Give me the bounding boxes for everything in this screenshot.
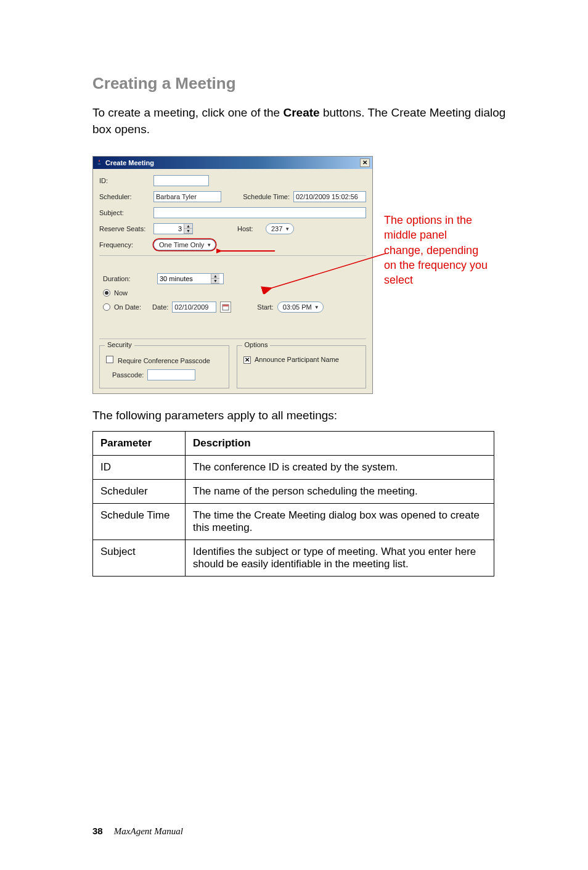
on-date-label: On Date: — [114, 303, 141, 311]
id-label: ID: — [99, 177, 150, 184]
spinner-down-icon[interactable]: ▼ — [184, 229, 192, 234]
announce-checkbox[interactable]: ✕ — [243, 356, 251, 364]
announce-label: Announce Participant Name — [255, 356, 339, 363]
reserve-seats-value[interactable] — [154, 224, 184, 234]
middle-panel: Duration: ▲▼ Now On Date: — [99, 255, 366, 339]
scheduler-label: Scheduler: — [99, 193, 150, 200]
caret-down-icon: ▼ — [314, 305, 319, 310]
reserve-seats-label: Reserve Seats: — [99, 225, 150, 232]
frequency-dropdown[interactable]: One Time Only ▼ — [153, 239, 216, 250]
red-arrow-callout-icon — [235, 250, 389, 294]
spinner-down-icon[interactable]: ▼ — [211, 279, 219, 284]
subject-field[interactable] — [153, 207, 366, 218]
subject-label: Subject: — [99, 209, 150, 216]
book-title: MaxAgent Manual — [114, 826, 183, 836]
page-number: 38 — [92, 826, 103, 836]
intro-paragraph: To create a meeting, click one of the Cr… — [92, 105, 526, 137]
reserve-seats-spinner[interactable]: ▲▼ — [153, 223, 193, 234]
dialog-titlebar: Create Meeting ✕ — [93, 157, 372, 169]
desc-cell: Identifies the subject or type of meetin… — [186, 540, 494, 577]
start-value: 03:05 PM — [283, 303, 312, 311]
host-value: 237 — [271, 225, 282, 232]
spinner-up-icon[interactable]: ▲ — [211, 274, 219, 279]
table-row: Subject Identifies the subject or type o… — [93, 540, 494, 577]
section-heading: Creating a Meeting — [92, 74, 526, 93]
host-label: Host: — [237, 225, 262, 232]
frequency-label: Frequency: — [99, 241, 150, 248]
passcode-field[interactable] — [147, 369, 195, 380]
table-caption: The following parameters apply to all me… — [92, 409, 526, 422]
schedule-time-label: Schedule Time: — [243, 193, 290, 200]
options-legend: Options — [242, 341, 271, 348]
duration-label: Duration: — [103, 275, 153, 282]
desc-cell: The name of the person scheduling the me… — [186, 480, 494, 504]
intro-pre: To create a meeting, click one of the — [92, 106, 283, 119]
param-cell: Schedule Time — [93, 504, 186, 540]
parameters-table: Parameter Description ID The conference … — [92, 431, 494, 577]
security-legend: Security — [105, 341, 134, 348]
table-header-desc: Description — [186, 432, 494, 456]
dialog-title: Create Meeting — [105, 159, 154, 166]
calendar-icon[interactable] — [220, 302, 231, 313]
desc-cell: The conference ID is created by the syst… — [186, 456, 494, 480]
table-row: Scheduler The name of the person schedul… — [93, 480, 494, 504]
duration-value[interactable] — [158, 274, 211, 284]
now-radio[interactable] — [103, 289, 110, 297]
caret-down-icon: ▼ — [206, 242, 211, 248]
param-cell: Subject — [93, 540, 186, 577]
id-field[interactable] — [153, 175, 209, 186]
param-cell: ID — [93, 456, 186, 480]
host-dropdown[interactable]: 237 ▼ — [266, 223, 294, 234]
table-row: ID The conference ID is created by the s… — [93, 456, 494, 480]
date-field[interactable]: 02/10/2009 — [172, 302, 216, 313]
close-button[interactable]: ✕ — [360, 158, 370, 167]
java-icon — [96, 159, 103, 166]
desc-cell: The time the Create Meeting dialog box w… — [186, 504, 494, 540]
param-cell: Scheduler — [93, 480, 186, 504]
options-group: Options ✕ Announce Participant Name — [237, 345, 367, 388]
table-row: Schedule Time The time the Create Meetin… — [93, 504, 494, 540]
spinner-up-icon[interactable]: ▲ — [184, 224, 192, 229]
frequency-value: One Time Only — [159, 241, 204, 248]
require-passcode-checkbox[interactable] — [106, 356, 113, 363]
create-meeting-dialog: Create Meeting ✕ ID: Scheduler: Barbara … — [92, 156, 373, 394]
caret-down-icon: ▼ — [285, 226, 290, 232]
now-label: Now — [114, 289, 128, 297]
passcode-label: Passcode: — [112, 371, 144, 379]
table-header-param: Parameter — [93, 432, 186, 456]
start-time-dropdown[interactable]: 03:05 PM ▼ — [277, 302, 324, 313]
require-passcode-label: Require Conference Passcode — [118, 357, 210, 364]
intro-bold: Create — [283, 106, 319, 119]
start-label: Start: — [257, 303, 273, 311]
date-label: Date: — [152, 303, 168, 311]
page-footer: 38 MaxAgent Manual — [92, 826, 183, 837]
schedule-time-field: 02/10/2009 15:02:56 — [293, 191, 366, 202]
callout-text: The options in the middle panel change, … — [384, 213, 489, 287]
security-group: Security Require Conference Passcode Pas… — [99, 345, 229, 388]
on-date-radio[interactable] — [103, 303, 110, 311]
scheduler-field[interactable]: Barbara Tyler — [153, 191, 221, 202]
duration-spinner[interactable]: ▲▼ — [157, 273, 224, 284]
svg-rect-5 — [223, 305, 229, 306]
